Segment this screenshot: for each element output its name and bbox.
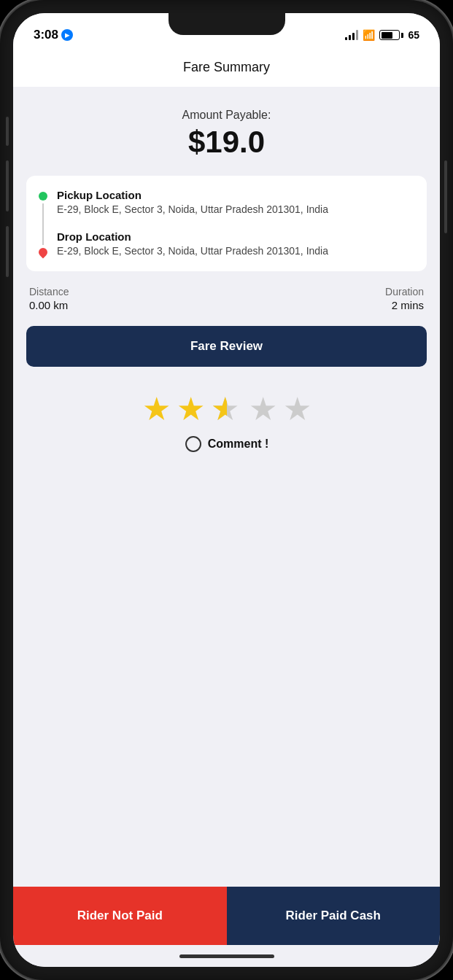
distance-value: 0.00 km	[29, 299, 69, 311]
notch	[169, 13, 285, 35]
drop-location: Drop Location E-29, Block E, Sector 3, N…	[57, 230, 415, 259]
main-content: Amount Payable: $19.0 Pickup Location E-…	[13, 87, 440, 887]
status-time: 3:08 ▶	[34, 28, 73, 42]
pickup-location: Pickup Location E-29, Block E, Sector 3,…	[57, 189, 415, 217]
time-display: 3:08	[34, 28, 58, 42]
comment-icon	[185, 435, 202, 453]
duration-value: 2 mins	[385, 299, 424, 311]
rating-section: ★ ★ ★ ★ ★ ★ Comment !	[26, 378, 427, 460]
home-bar	[179, 954, 274, 958]
amount-label: Amount Payable:	[26, 109, 427, 122]
pickup-title: Pickup Location	[57, 189, 415, 201]
volume-up-button	[6, 117, 9, 146]
star-2[interactable]: ★	[177, 393, 205, 425]
route-line	[42, 203, 44, 245]
page-title: Fare Summary	[183, 60, 270, 74]
trip-stats: Distance 0.00 km Duration 2 mins	[26, 283, 427, 314]
drop-dot	[38, 248, 48, 258]
phone-screen: 3:08 ▶ 📶 65 Fare Summary	[13, 13, 440, 967]
rider-paid-cash-button[interactable]: Rider Paid Cash	[227, 887, 441, 945]
pickup-dot	[39, 192, 47, 201]
battery-percentage: 65	[408, 29, 419, 41]
distance-stat: Distance 0.00 km	[29, 286, 69, 311]
amount-section: Amount Payable: $19.0	[26, 101, 427, 164]
volume-down-button	[6, 160, 9, 211]
duration-label: Duration	[385, 286, 424, 298]
star-1[interactable]: ★	[142, 393, 171, 425]
duration-stat: Duration 2 mins	[385, 286, 424, 311]
comment-row[interactable]: Comment !	[185, 435, 269, 453]
wifi-icon: 📶	[363, 29, 375, 41]
location-icon: ▶	[61, 29, 73, 41]
drop-title: Drop Location	[57, 230, 415, 243]
amount-value: $19.0	[26, 125, 427, 160]
star-3[interactable]: ★ ★	[211, 393, 243, 425]
drop-address: E-29, Block E, Sector 3, Noida, Uttar Pr…	[57, 244, 415, 259]
star-4[interactable]: ★	[249, 393, 277, 425]
location-details: Pickup Location E-29, Block E, Sector 3,…	[57, 189, 415, 258]
battery-icon	[379, 30, 403, 40]
star-rating[interactable]: ★ ★ ★ ★ ★ ★	[142, 393, 311, 425]
silent-button	[6, 226, 9, 277]
location-line-indicator	[38, 189, 48, 258]
bottom-buttons: Rider Not Paid Rider Paid Cash	[13, 887, 440, 945]
phone-frame: 3:08 ▶ 📶 65 Fare Summary	[0, 0, 453, 980]
rider-not-paid-button[interactable]: Rider Not Paid	[13, 887, 227, 945]
home-indicator	[13, 945, 440, 967]
page-header: Fare Summary	[13, 50, 440, 87]
location-card: Pickup Location E-29, Block E, Sector 3,…	[26, 176, 427, 271]
pickup-address: E-29, Block E, Sector 3, Noida, Uttar Pr…	[57, 203, 415, 217]
fare-review-button[interactable]: Fare Review	[26, 326, 427, 367]
distance-label: Distance	[29, 286, 69, 298]
status-right-icons: 📶 65	[345, 29, 419, 41]
star-5[interactable]: ★	[283, 393, 311, 425]
signal-icon	[345, 30, 358, 40]
power-button	[444, 160, 447, 233]
comment-label: Comment !	[208, 438, 269, 451]
